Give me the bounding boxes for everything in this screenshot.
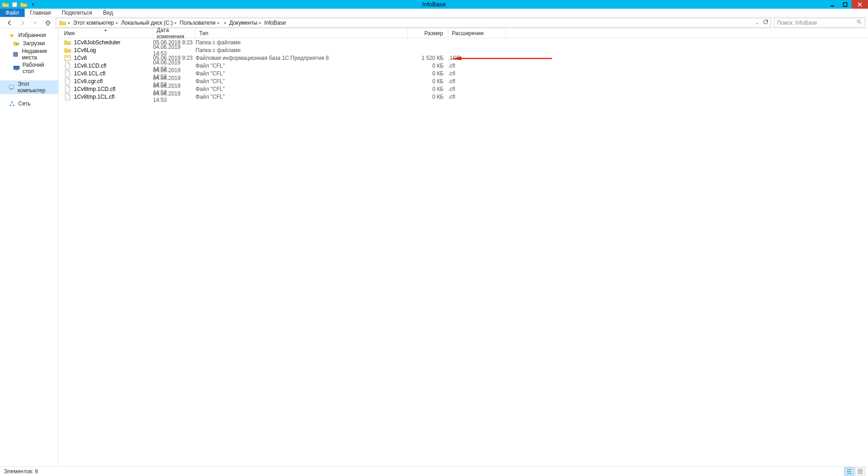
svg-rect-13 bbox=[65, 55, 70, 61]
file-size: 0 КБ bbox=[408, 70, 448, 77]
window-controls bbox=[826, 0, 868, 9]
history-dropdown-icon[interactable]: ⌄ bbox=[755, 20, 759, 25]
svg-rect-9 bbox=[11, 89, 13, 90]
titlebar: ▼ InfoBase bbox=[0, 0, 868, 9]
database-icon bbox=[64, 54, 71, 62]
up-button[interactable] bbox=[43, 18, 53, 28]
file-name: 1Cv8 bbox=[74, 55, 87, 61]
chevron-right-icon[interactable]: ▸ bbox=[259, 20, 261, 25]
breadcrumb-item[interactable]: Локальный диск (C:)▸ bbox=[120, 20, 178, 26]
file-row[interactable]: 1Cv8tmp.1CL.cfl04.06.2019 14:53Файл "CFL… bbox=[58, 93, 868, 100]
nav-this-pc[interactable]: Этот компьютер bbox=[0, 80, 58, 94]
ribbon-tab-view[interactable]: Вид bbox=[97, 9, 118, 17]
file-icon bbox=[64, 78, 71, 85]
svg-rect-1 bbox=[13, 3, 16, 4]
column-header-name[interactable]: Имя ▲ bbox=[58, 28, 153, 38]
file-icon bbox=[64, 70, 71, 77]
breadcrumb-root-icon[interactable]: ▸ bbox=[58, 19, 71, 26]
column-header-date[interactable]: Дата изменения bbox=[153, 28, 196, 38]
file-ext: .cfl bbox=[448, 78, 506, 85]
chevron-right-icon[interactable]: ▸ bbox=[116, 20, 118, 25]
svg-rect-2 bbox=[831, 5, 834, 6]
file-list: 1Cv8JobScheduler05.06.2019 9:23Папка с ф… bbox=[58, 38, 868, 100]
file-date: 04.06.2019 14:53 bbox=[153, 90, 196, 103]
computer-icon bbox=[8, 84, 15, 91]
ribbon-tab-home[interactable]: Главная bbox=[25, 9, 57, 17]
network-icon bbox=[8, 100, 16, 107]
search-input[interactable] bbox=[774, 18, 865, 28]
svg-rect-5 bbox=[14, 53, 18, 57]
window-title: InfoBase bbox=[422, 1, 445, 8]
forward-button[interactable] bbox=[17, 18, 27, 28]
desktop-icon bbox=[13, 64, 20, 72]
folder-icon bbox=[2, 1, 9, 8]
svg-rect-18 bbox=[861, 469, 863, 471]
file-row[interactable]: 1Cv8Log04.06.2019 14:53Папка с файлами bbox=[58, 46, 868, 54]
column-header-ext[interactable]: Расширение bbox=[448, 28, 506, 38]
quick-access-toolbar: ▼ bbox=[0, 1, 37, 8]
nav-network[interactable]: Сеть bbox=[0, 100, 58, 108]
ribbon-tab-share[interactable]: Поделиться bbox=[56, 9, 97, 17]
maximize-button[interactable] bbox=[839, 0, 852, 9]
file-icon bbox=[64, 85, 71, 93]
breadcrumb-item[interactable]: Пользователи▸ bbox=[179, 20, 220, 26]
file-ext: .cfl bbox=[448, 70, 506, 77]
nav-desktop[interactable]: Рабочий стол bbox=[0, 61, 58, 75]
folder-icon bbox=[64, 39, 71, 46]
breadcrumb-item[interactable]: InfoBase bbox=[263, 20, 286, 26]
nav-favorites[interactable]: ★ Избранное bbox=[0, 31, 58, 39]
chevron-right-icon[interactable]: ▸ bbox=[175, 20, 177, 25]
breadcrumb-item[interactable]: Этот компьютер▸ bbox=[72, 20, 119, 26]
file-name: 1Cv8tmp.1CL.cfl bbox=[74, 94, 115, 100]
breadcrumb[interactable]: ▸ Этот компьютер▸ Локальный диск (C:)▸ П… bbox=[56, 18, 771, 28]
minimize-button[interactable] bbox=[826, 0, 839, 9]
search-field[interactable] bbox=[777, 20, 862, 26]
svg-rect-7 bbox=[15, 70, 17, 71]
nav-downloads[interactable]: Загрузки bbox=[0, 39, 58, 48]
file-type: Файл "CFL" bbox=[196, 70, 408, 77]
nav-recent[interactable]: Недавние места bbox=[0, 48, 58, 61]
breadcrumb-item[interactable]: ▸ bbox=[222, 20, 228, 25]
file-size: 0 КБ bbox=[408, 63, 448, 69]
view-icons-button[interactable] bbox=[855, 467, 865, 476]
chevron-right-icon[interactable]: ▸ bbox=[217, 20, 220, 25]
svg-rect-0 bbox=[12, 2, 17, 7]
refresh-button[interactable] bbox=[762, 19, 769, 26]
search-icon bbox=[857, 19, 862, 26]
qat-dropdown-icon[interactable]: ▼ bbox=[29, 1, 37, 8]
folder2-icon[interactable] bbox=[20, 1, 27, 8]
recent-dropdown-icon[interactable]: ▾ bbox=[30, 18, 40, 28]
column-header-size[interactable]: Размер bbox=[408, 28, 448, 38]
file-size: 1 520 КБ bbox=[408, 55, 448, 61]
file-ext: .cfl bbox=[448, 63, 506, 69]
file-icon bbox=[64, 62, 71, 69]
back-button[interactable] bbox=[5, 18, 15, 28]
breadcrumb-item[interactable]: Документы▸ bbox=[228, 20, 263, 26]
status-text: Элементов: 8 bbox=[4, 468, 38, 475]
file-type: Папка с файлами bbox=[196, 47, 408, 53]
file-type: Файл "CFL" bbox=[196, 94, 408, 100]
star-icon: ★ bbox=[8, 32, 16, 39]
file-size: 0 КБ bbox=[408, 86, 448, 92]
file-icon bbox=[64, 93, 71, 100]
chevron-right-icon[interactable]: ▸ bbox=[68, 20, 70, 25]
file-ext: .cfl bbox=[448, 94, 506, 100]
ribbon-tab-file[interactable]: Файл bbox=[0, 9, 25, 17]
view-details-button[interactable] bbox=[844, 467, 854, 476]
properties-icon[interactable] bbox=[11, 1, 18, 8]
file-area: Имя ▲ Дата изменения Тип Размер Расширен… bbox=[58, 28, 868, 466]
chevron-right-icon[interactable]: ▸ bbox=[224, 20, 227, 25]
file-ext: .1CD bbox=[448, 55, 506, 61]
column-headers: Имя ▲ Дата изменения Тип Размер Расширен… bbox=[58, 28, 868, 38]
column-header-type[interactable]: Тип bbox=[196, 28, 408, 38]
svg-rect-6 bbox=[13, 66, 19, 69]
file-name: 1Cv8.cgr.cfl bbox=[74, 78, 103, 85]
svg-rect-3 bbox=[843, 3, 847, 6]
download-icon bbox=[13, 40, 20, 47]
folder-icon bbox=[64, 47, 71, 54]
svg-point-4 bbox=[857, 20, 860, 23]
close-button[interactable] bbox=[852, 0, 868, 9]
nav-pane: ★ Избранное Загрузки Недавние места Рабо… bbox=[0, 28, 58, 466]
file-type: Файловая информационная база 1С:Предприя… bbox=[196, 55, 408, 61]
file-size: 0 КБ bbox=[408, 78, 448, 85]
